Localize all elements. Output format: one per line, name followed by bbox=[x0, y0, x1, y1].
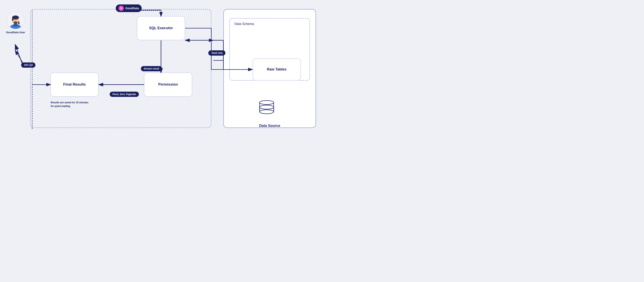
diagram-container: GoodData User API call G GoodData SQL Ex… bbox=[0, 0, 322, 141]
final-results-node: Final Results bbox=[50, 73, 98, 97]
gooddata-label: GoodData bbox=[126, 7, 139, 10]
permission-node: Permission bbox=[144, 73, 192, 97]
user-label: GoodData User bbox=[6, 31, 25, 34]
svg-point-24 bbox=[260, 101, 274, 105]
user-avatar-svg bbox=[8, 13, 24, 29]
final-results-label: Final Results bbox=[63, 82, 86, 87]
raw-tables-node: Raw Tables bbox=[252, 58, 301, 81]
sql-executor-label: SQL Executor bbox=[149, 26, 173, 31]
stream-result-badge: Stream result bbox=[141, 66, 162, 71]
results-note: Results are saved for 15 minutes for qui… bbox=[51, 101, 91, 108]
svg-rect-19 bbox=[12, 18, 14, 21]
permission-label: Permission bbox=[158, 82, 178, 87]
database-icon bbox=[258, 99, 276, 116]
gooddata-icon: G bbox=[118, 6, 124, 11]
data-source-label: Data Source bbox=[224, 124, 316, 128]
sql-executor-node: SQL Executor bbox=[137, 16, 185, 40]
data-schema-label: Data Schema bbox=[234, 22, 254, 26]
svg-rect-21 bbox=[18, 22, 20, 24]
user-block: GoodData User bbox=[6, 11, 25, 34]
svg-point-22 bbox=[260, 110, 274, 114]
pivot-sort-paginate-badge: Pivot, Sort, Paginate bbox=[110, 92, 139, 97]
svg-point-23 bbox=[260, 105, 274, 109]
avatar bbox=[6, 11, 24, 29]
db-svg bbox=[258, 99, 276, 115]
read-only-badge: Read only bbox=[208, 50, 226, 56]
gooddata-badge: G GoodData bbox=[116, 5, 142, 12]
raw-tables-label: Raw Tables bbox=[267, 67, 286, 72]
svg-point-20 bbox=[14, 21, 18, 24]
